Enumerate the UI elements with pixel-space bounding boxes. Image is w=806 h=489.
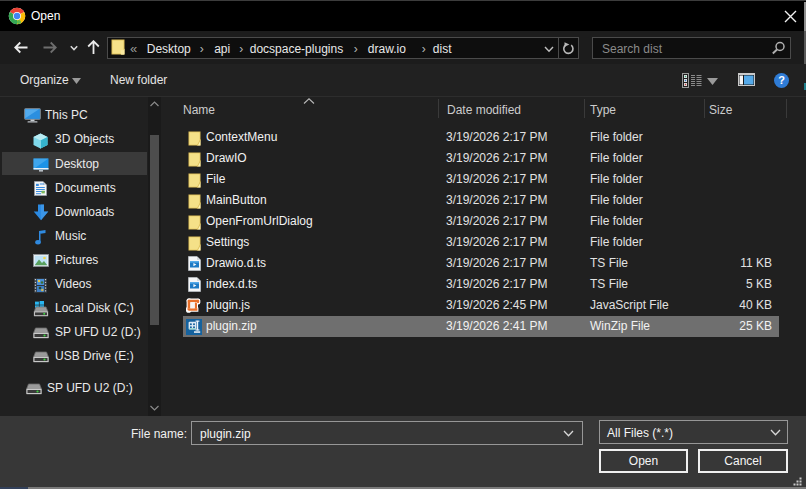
svg-text:?: ? [778,74,785,86]
